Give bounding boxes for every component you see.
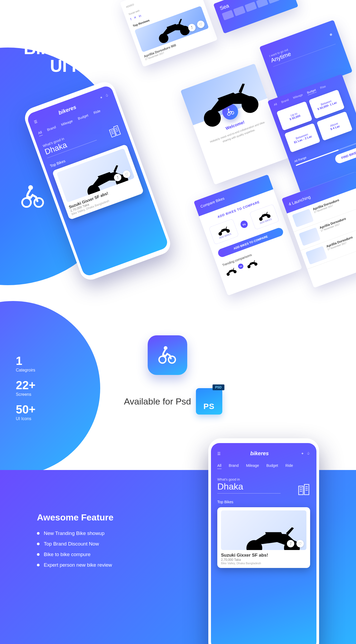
stat-number: 50+ xyxy=(16,404,100,415)
svg-rect-16 xyxy=(304,485,309,495)
hero-heading-2: UI Kit xyxy=(24,57,94,75)
ps-label: PS xyxy=(204,402,215,411)
stats-circle: 1Categroirs 22+Screens 50+UI Icons xyxy=(0,301,100,475)
bike-card[interactable]: ⤴♡ Suzuki Gixxer SF abs! 2,70,000 Taka B… xyxy=(52,144,144,220)
tab-budget[interactable]: Budget xyxy=(77,113,89,122)
app-icon xyxy=(148,335,187,375)
bike-dealer: Bike Valley, Dhaka Bangladesh xyxy=(221,562,306,565)
bell-icon[interactable]: ♤ xyxy=(307,451,310,455)
tab-all[interactable]: All xyxy=(217,463,222,469)
whats-good-label: What's good in xyxy=(217,477,310,481)
features-phone-mockup: ☰ bikeres ⌖♤ All Brand Mileage Budget Ri… xyxy=(208,438,319,644)
bike-title: Suzuki Gixxer SF abs! xyxy=(221,553,306,558)
city-input[interactable]: Dhaka xyxy=(217,481,281,493)
top-bikes-label: Top Bikes xyxy=(217,500,310,504)
added-label: ADDED xyxy=(126,3,134,8)
phone-tabs[interactable]: All Brand Mileage Budget Ride xyxy=(217,463,310,469)
svg-rect-8 xyxy=(114,125,121,135)
mock-reviews-screen: ADDED Filter Social web f✕in Top Reviews… xyxy=(120,0,218,67)
hero-section: Mobile App Template Bike app UI Kit ADDE… xyxy=(0,0,356,312)
app-logo: bikeres xyxy=(57,104,77,116)
hero-pretitle-1: Mobile App xyxy=(24,21,94,29)
mock-search-screen: Sea xyxy=(213,0,299,34)
bike-price: 2,70,000 Taka xyxy=(221,558,306,562)
features-band: Awesome Feature New Tranding Bike showup… xyxy=(0,470,356,644)
tab-all[interactable]: All xyxy=(37,130,43,137)
stat-number: 1 xyxy=(16,355,100,367)
mock-compare-screen: Compare Bikes ADD BIKES TO COMPARE ADD B… xyxy=(194,174,302,296)
app-logo: bikeres xyxy=(250,450,269,457)
compare-slot[interactable]: ADD BIKES xyxy=(249,204,280,230)
stat-label: Categroirs xyxy=(16,368,100,373)
building-icon xyxy=(297,483,311,497)
share-icon[interactable]: ⤴ xyxy=(287,540,294,547)
stat-label: Screens xyxy=(16,392,100,397)
cyclist-icon xyxy=(18,185,47,210)
pin-icon[interactable]: ⌖ xyxy=(301,451,304,455)
photoshop-badge: PSD PS xyxy=(196,388,222,415)
tab-brand[interactable]: Brand xyxy=(46,125,57,133)
svg-line-14 xyxy=(116,131,118,131)
find-bikes-button[interactable]: FIND BIKES xyxy=(334,145,356,164)
svg-line-12 xyxy=(115,128,117,129)
psd-line: Available for Psd PSD PS xyxy=(124,388,222,415)
tab-mileage[interactable]: Mileage xyxy=(61,119,74,128)
anytime-big: Anytime xyxy=(270,35,335,64)
menu-icon[interactable]: ☰ xyxy=(33,119,38,124)
building-icon xyxy=(107,124,123,140)
screens-collage: ADDED Filter Social web f✕in Top Reviews… xyxy=(111,0,356,306)
available-for-psd: Available for Psd xyxy=(124,396,191,407)
stat-label: UI Icons xyxy=(16,416,100,421)
bell-icon[interactable]: ♤ xyxy=(104,93,109,98)
compare-slot[interactable]: ADD BIKES xyxy=(209,219,239,245)
tab-budget[interactable]: Budget xyxy=(266,463,278,469)
hero-pretitle-2: Template xyxy=(24,30,94,39)
pin-icon[interactable]: ⌖ xyxy=(99,95,103,100)
heart-icon[interactable]: ♡ xyxy=(296,540,304,547)
svg-line-10 xyxy=(111,132,113,133)
tab-mileage[interactable]: Mileage xyxy=(246,463,259,469)
svg-line-11 xyxy=(112,133,114,134)
hero-title: Mobile App Template Bike app UI Kit xyxy=(24,21,94,75)
bike-card[interactable]: ⤴♡ Suzuki Gixxer SF abs! 2,70,000 Taka B… xyxy=(217,507,310,568)
hero-heading-1: Bike app xyxy=(24,40,94,57)
svg-rect-15 xyxy=(299,486,303,495)
menu-icon[interactable]: ☰ xyxy=(217,452,221,456)
tab-ride[interactable]: Ride xyxy=(93,109,102,116)
tab-brand[interactable]: Brand xyxy=(229,463,239,469)
vs-badge: Vs xyxy=(239,220,249,229)
psd-tag: PSD xyxy=(213,384,224,390)
svg-line-13 xyxy=(116,129,118,130)
stats-section: 1Categroirs 22+Screens 50+UI Icons Avail… xyxy=(0,312,356,454)
svg-line-9 xyxy=(111,130,113,131)
tab-ride[interactable]: Ride xyxy=(285,463,293,469)
stat-number: 22+ xyxy=(16,379,100,391)
